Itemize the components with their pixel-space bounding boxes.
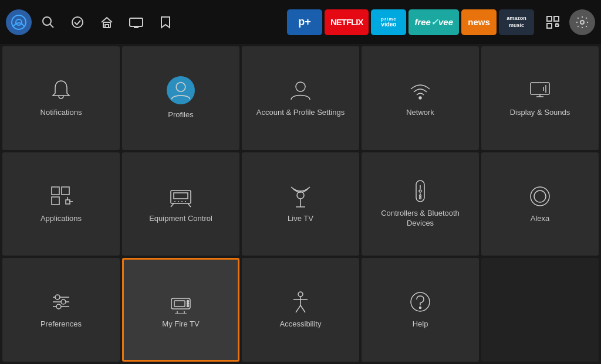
- svg-rect-25: [52, 197, 59, 205]
- network-label: Network: [406, 108, 434, 118]
- cell-notifications[interactable]: Notifications: [2, 46, 120, 150]
- display-icon: [528, 79, 552, 102]
- svg-rect-30: [174, 193, 188, 199]
- cell-my-fire-tv[interactable]: My Fire TV: [122, 258, 239, 362]
- cell-live-tv[interactable]: Live TV: [242, 152, 359, 256]
- account-settings-label: Account & Profile Settings: [256, 108, 345, 118]
- settings-grid: Notifications Profiles Account & Profile…: [0, 44, 601, 364]
- svg-point-44: [420, 195, 421, 197]
- svg-point-45: [420, 198, 421, 199]
- svg-point-42: [419, 190, 421, 192]
- svg-point-17: [176, 83, 185, 92]
- tv-icon[interactable]: [123, 9, 149, 35]
- cell-accessibility[interactable]: Accessibility: [242, 258, 359, 362]
- netflix-label: NETFLIX: [330, 17, 363, 27]
- display-sounds-label: Display & Sounds: [510, 108, 570, 118]
- svg-point-59: [187, 301, 189, 302]
- app-paramount[interactable]: p+: [287, 9, 322, 35]
- svg-point-18: [296, 82, 305, 91]
- svg-point-53: [56, 304, 61, 309]
- controllers-bluetooth-label: Controllers & Bluetooth Devices: [367, 209, 473, 229]
- top-navigation: p+ NETFLIX prime video free✓vee news ama…: [0, 0, 601, 44]
- grid-view-icon[interactable]: [540, 9, 566, 35]
- my-fire-tv-label: My Fire TV: [162, 319, 199, 329]
- home-icon[interactable]: [94, 9, 120, 35]
- svg-point-46: [531, 187, 549, 206]
- equipment-control-label: Equipment Control: [149, 214, 212, 224]
- prime-bottom-label: video: [381, 22, 396, 28]
- bookmark-icon[interactable]: [153, 9, 178, 35]
- profiles-label: Profiles: [168, 110, 193, 120]
- apps-icon: [49, 185, 73, 208]
- cell-network[interactable]: Network: [362, 46, 479, 150]
- svg-point-61: [187, 305, 189, 307]
- freevee-label: free✓vee: [414, 17, 453, 28]
- svg-point-2: [43, 17, 51, 25]
- cell-preferences[interactable]: Preferences: [2, 258, 120, 362]
- svg-rect-10: [547, 16, 552, 21]
- cell-display-sounds[interactable]: Display & Sounds: [481, 46, 599, 150]
- bell-icon: [49, 79, 73, 102]
- svg-line-31: [171, 203, 174, 207]
- cell-account-profile-settings[interactable]: Account & Profile Settings: [242, 46, 359, 150]
- cell-applications[interactable]: Applications: [2, 152, 120, 256]
- svg-point-37: [297, 192, 304, 199]
- app-netflix[interactable]: NETFLIX: [325, 9, 369, 35]
- cell-empty: [481, 258, 599, 362]
- svg-line-32: [188, 203, 191, 207]
- svg-rect-7: [130, 18, 143, 26]
- svg-rect-40: [416, 181, 424, 202]
- cell-equipment-control[interactable]: Equipment Control: [122, 152, 239, 256]
- svg-rect-24: [62, 187, 69, 195]
- profile-avatar-icon: [167, 76, 195, 104]
- app-prime[interactable]: prime video: [371, 9, 406, 35]
- cell-controllers-bluetooth[interactable]: Controllers & Bluetooth Devices: [362, 152, 479, 256]
- svg-point-60: [187, 303, 189, 305]
- svg-point-19: [419, 97, 421, 99]
- app-freevee[interactable]: free✓vee: [408, 9, 459, 35]
- svg-point-4: [72, 17, 83, 28]
- live-tv-label: Live TV: [288, 214, 313, 224]
- svg-line-65: [296, 305, 300, 312]
- notifications-label: Notifications: [40, 108, 82, 118]
- news-label: news: [468, 17, 490, 27]
- applications-label: Applications: [40, 214, 82, 224]
- svg-rect-58: [174, 301, 185, 307]
- svg-rect-11: [554, 16, 559, 21]
- svg-rect-26: [66, 200, 70, 204]
- app-shortcuts: p+ NETFLIX prime video free✓vee news ama…: [287, 9, 534, 35]
- svg-rect-20: [531, 83, 549, 94]
- cell-alexa[interactable]: Alexa: [481, 152, 599, 256]
- svg-point-47: [534, 190, 546, 202]
- amazon-music-label: amazonmusic: [507, 15, 526, 29]
- cell-help[interactable]: Help: [362, 258, 479, 362]
- svg-point-16: [580, 21, 584, 24]
- svg-line-66: [300, 305, 305, 312]
- antenna-icon: [289, 185, 312, 208]
- help-label: Help: [413, 319, 428, 329]
- fire-tv-icon: [169, 290, 193, 314]
- svg-point-52: [61, 300, 66, 304]
- svg-point-68: [420, 307, 421, 309]
- app-amazon-music[interactable]: amazonmusic: [499, 9, 534, 35]
- cell-profiles[interactable]: Profiles: [122, 46, 239, 150]
- accessibility-icon: [289, 290, 312, 314]
- alexa-icon: [528, 185, 552, 208]
- app-news[interactable]: news: [461, 9, 497, 35]
- wifi-icon: [408, 79, 432, 102]
- alexa-label: Alexa: [531, 214, 550, 224]
- preferences-label: Preferences: [40, 319, 82, 329]
- check-circle-icon[interactable]: [65, 9, 90, 35]
- svg-rect-23: [52, 187, 59, 195]
- avatar-icon[interactable]: [6, 9, 32, 35]
- svg-point-51: [55, 295, 60, 300]
- help-icon: [408, 290, 432, 314]
- svg-point-62: [298, 292, 303, 297]
- svg-rect-13: [556, 24, 558, 26]
- search-icon[interactable]: [35, 9, 61, 35]
- sliders-icon: [49, 290, 73, 314]
- svg-rect-12: [547, 23, 552, 28]
- remote-icon: [408, 179, 432, 203]
- svg-rect-6: [105, 25, 109, 28]
- settings-gear-icon[interactable]: [569, 9, 595, 35]
